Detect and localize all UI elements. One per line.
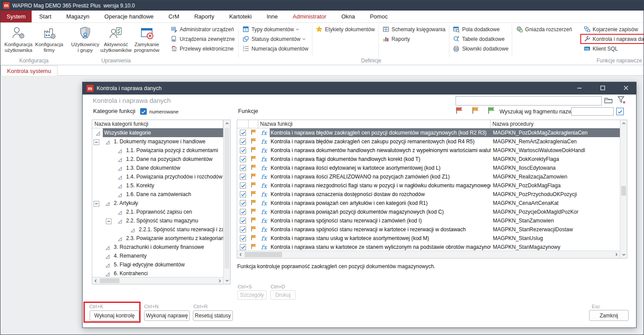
close-dialog-button[interactable]: Zamknij [589, 310, 629, 321]
run-check-button[interactable]: Wykonaj kontrolę [90, 310, 139, 321]
print-button[interactable]: Drukuj [270, 290, 296, 300]
tree-item-5-flagi-edycyjne-dokumentów[interactable]: 5. Flagi edycyjne dokumentów [92, 260, 223, 269]
ribbon-item-typy-dokumentów[interactable]: TTypy dokumentów [241, 25, 309, 34]
header-checkbox-column[interactable] [237, 120, 249, 128]
tree-item-1-2-dane-na-pozycjach-dokumentów[interactable]: 1.2. Dane na pozycjach dokumentów [92, 155, 223, 164]
function-row[interactable]: fxKontrola i naprawa flagi dokumentów ha… [237, 155, 620, 164]
scroll-down-arrow[interactable] [224, 277, 231, 284]
scroll-right-arrow[interactable] [613, 251, 620, 258]
function-row[interactable]: fxKontrola i naprawa oznaczenia dostępno… [237, 190, 620, 199]
filter-input[interactable] [456, 96, 602, 106]
tree-item-2-2-1-spójność-stanu-rezerwacji-i-zamów[interactable]: 2.2.1. Spójność stanu rezerwacji i zamów [92, 225, 223, 234]
scroll-up-arrow[interactable] [224, 120, 231, 127]
ribbon-item-etykiety-dokumentów[interactable]: Etykiety dokumentów [315, 25, 376, 34]
menu-item-system[interactable]: System [0, 11, 32, 22]
function-row[interactable]: fxKontrola i naprawa spójności stanu rez… [237, 216, 620, 225]
header-procedure-name[interactable]: Nazwa procedury [491, 120, 620, 128]
ribbon-item-administrator-urządzeń[interactable]: Administrator urządzeń [169, 25, 236, 34]
menu-item-raporty[interactable]: Raporty [187, 11, 222, 22]
function-row[interactable]: fxKontrola i naprawa dokumentów handlowy… [237, 146, 620, 155]
row-checkbox[interactable] [240, 138, 246, 145]
open-folder-button[interactable] [604, 97, 613, 105]
row-checkbox[interactable] [240, 165, 246, 171]
ribbon-item-numeracja-dokumentów[interactable]: 123Numeracja dokumentów [241, 44, 309, 53]
header-function-name[interactable]: Nazwa funkcji [258, 120, 491, 128]
menu-item-pomoc[interactable]: Pomoc [362, 11, 395, 22]
tree-item-2-1-poprawność-zapisu-cen[interactable]: 2.1. Poprawność zapisu cen [92, 208, 223, 216]
close-button[interactable] [616, 82, 636, 95]
row-checkbox[interactable] [240, 218, 246, 224]
row-checkbox[interactable] [240, 191, 246, 197]
tree-item-4-remanenty[interactable]: 4. Remanenty [92, 251, 223, 260]
function-row[interactable]: fxKontrola i naprawa stanu w kartotece z… [237, 243, 620, 251]
green-flag-filter-button[interactable] [486, 107, 496, 116]
scrollbar-thumb[interactable] [245, 252, 282, 257]
scrollbar-thumb[interactable] [224, 128, 229, 269]
list-vertical-scrollbar[interactable] [620, 120, 627, 258]
tree-item-2-artykuły[interactable]: 2. Artykuły [92, 199, 223, 208]
scrollbar-thumb[interactable] [100, 278, 119, 283]
function-row[interactable]: fxKontrola i naprawa powiązań pozycji do… [237, 208, 620, 216]
menu-item-okna[interactable]: Okna [334, 11, 362, 22]
run-repair-button[interactable]: Wykonaj naprawę [144, 310, 190, 321]
maximize-button[interactable] [593, 82, 613, 95]
row-checkbox[interactable] [240, 147, 246, 153]
row-checkbox[interactable] [240, 244, 246, 250]
header-flag-column[interactable] [249, 120, 258, 128]
menu-item-start[interactable]: Start [32, 11, 58, 22]
tab-kontrola-systemu[interactable]: Kontrola systemu [0, 66, 58, 76]
ribbon-item-przelewy-elektroniczne[interactable]: Przelewy elektroniczne [169, 44, 236, 53]
ribbon-item-pola-dodatkowe[interactable]: Pola dodatkowe [452, 25, 510, 34]
function-row[interactable]: fxKontrola i naprawa ilości edytowanej w… [237, 164, 620, 172]
ribbon-item-konfiguracja-użytkownika[interactable]: Konfiguracja użytkownika [4, 25, 33, 53]
row-checkbox[interactable] [240, 200, 246, 206]
menu-item-administrator[interactable]: Administrator [285, 11, 334, 22]
ribbon-item-gniazda-rozszerzeń[interactable]: Gniazda rozszerzeń [514, 25, 573, 34]
ribbon-item-urządzenia-zewnętrzne[interactable]: Urządzenia zewnętrzne [169, 34, 236, 44]
row-checkbox[interactable] [240, 156, 246, 162]
menu-item-crm[interactable]: CrM [161, 11, 187, 22]
function-row[interactable]: fxKontrola i naprawa spójności stanu rez… [237, 225, 620, 234]
row-checkbox[interactable] [240, 174, 246, 180]
menu-item-kartoteki[interactable]: Kartoteki [222, 11, 259, 22]
orange-flag-filter-button[interactable] [470, 107, 481, 116]
ribbon-item-tabele-dodatkowe[interactable]: Tabele dodatkowe [452, 34, 510, 44]
details-button[interactable]: Szczegóły [237, 290, 267, 300]
ribbon-item-schematy-księgowania[interactable]: Schematy księgowania [381, 25, 447, 34]
ribbon-item-zamykanie-programów[interactable]: Zamykanie programów [132, 25, 162, 53]
row-checkbox[interactable] [240, 182, 246, 189]
function-row[interactable]: fxKontrola i naprawa błędów zaokrągleń c… [237, 128, 620, 137]
function-row[interactable]: fxKontrola i naprawa niezgodności flagi … [237, 181, 620, 190]
scroll-left-arrow[interactable] [92, 277, 99, 284]
search-checkbox[interactable] [616, 108, 624, 115]
row-checkbox[interactable] [240, 130, 246, 136]
clear-filter-button[interactable] [617, 96, 626, 105]
tree-item-3-rozrachunki-i-dokumenty-finansowe[interactable]: 3. Rozrachunki i dokumenty finansowe [92, 243, 223, 251]
tree-item-1-1-powiązania-pozycji-z-dokumentami[interactable]: 1.1. Powiązania pozycji z dokumentami [92, 146, 223, 155]
function-row[interactable]: fxKontrola i naprawa stanu usług w karto… [237, 234, 620, 243]
function-row[interactable]: fxKontrola i naprawa powiązań cen artyku… [237, 199, 620, 208]
ribbon-item-kojarzenie-zapisów[interactable]: Kojarzenie zapisów [582, 25, 644, 34]
tree-item-1-3-dane-dokumentów[interactable]: 1.3. Dane dokumentów [92, 164, 223, 172]
ribbon-item-klient-sql[interactable]: SQLKlient SQL [582, 44, 644, 53]
scroll-right-arrow[interactable] [216, 277, 223, 284]
ribbon-item-aktywność-użytkowników[interactable]: Aktywność użytkowników [101, 25, 131, 53]
row-checkbox[interactable] [240, 209, 246, 215]
ribbon-item-słowniki-dodatkowe[interactable]: Słowniki dodatkowe [452, 44, 510, 53]
tree-item-1-6-dane-na-zamówieniach[interactable]: 1.6. Dane na zamówieniach [92, 190, 223, 199]
tree-horizontal-scrollbar[interactable] [92, 277, 223, 284]
ribbon-item-użytkownicy-i-grupy[interactable]: Użytkownicy i grupy [70, 25, 100, 53]
ribbon-item-kontrola-i-naprawa-danych[interactable]: Kontrola i naprawa danych [582, 34, 644, 44]
search-by-name-input[interactable] [571, 107, 614, 116]
tree-item-1-4-powiązania-przychodów-i-rozchodów[interactable]: 1.4. Powiązania przychodów i rozchodów [92, 172, 223, 181]
ribbon-item-raporty[interactable]: Raporty [381, 34, 447, 44]
scroll-down-arrow[interactable] [620, 251, 627, 258]
scrollbar-thumb[interactable] [621, 186, 626, 196]
menu-item-operacje-handlowe[interactable]: Operacje handlowe [97, 11, 161, 22]
scroll-up-arrow[interactable] [620, 120, 627, 127]
minimize-button[interactable] [569, 82, 590, 95]
tree-item-1-5-korekty[interactable]: 1.5. Korekty [92, 181, 223, 190]
tree-item-2-3-powiązanie-asortymentu-z-kategoriami[interactable]: 2.3. Powiązanie asortymentu z kategoriam… [92, 234, 223, 243]
reset-statuses-button[interactable]: Resetuj statusy [193, 310, 233, 321]
menu-item-magazyn[interactable]: Magazyn [59, 11, 97, 22]
